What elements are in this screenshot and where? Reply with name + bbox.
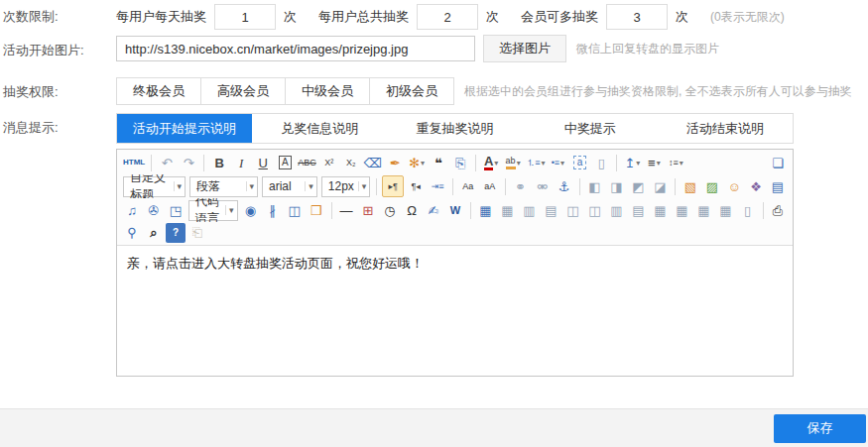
- insert-code-icon[interactable]: ◉: [241, 200, 261, 220]
- total-input[interactable]: [417, 4, 478, 30]
- alignment-icon[interactable]: ≡▾: [644, 153, 664, 172]
- clock-icon[interactable]: ◷: [380, 200, 400, 220]
- code-language-select[interactable]: 代码语言▾: [188, 200, 238, 221]
- blockquote-icon[interactable]: ❝: [429, 153, 448, 172]
- toolbar-row-3: ♫✇◳代码语言▾◉∦◫❒—⊞◷Ω✍W▦▦▥▤◫◫▥▤▦▦▦▦▯⎙: [121, 198, 789, 222]
- row-span-icon[interactable]: ▦: [694, 200, 714, 220]
- multi-column-icon[interactable]: ◫: [285, 200, 305, 220]
- col-span-icon[interactable]: ▦: [716, 200, 736, 220]
- help-icon[interactable]: ?: [166, 223, 186, 243]
- first-line-indent-icon[interactable]: ⇥≡: [428, 176, 447, 196]
- uppercase-icon[interactable]: Aa: [458, 176, 478, 196]
- unordered-list-button[interactable]: •≡▾: [548, 153, 567, 172]
- choose-image-button[interactable]: 选择图片: [483, 35, 566, 62]
- font-color-button[interactable]: A▾: [481, 153, 501, 172]
- magic-clean-icon[interactable]: ✻▾: [407, 153, 427, 172]
- fullscreen-icon[interactable]: ❏: [768, 153, 788, 172]
- word-paste-icon[interactable]: W: [445, 200, 465, 220]
- calendar-icon[interactable]: ⊞: [358, 200, 378, 220]
- underline-button[interactable]: U: [253, 153, 273, 172]
- image-icon[interactable]: ▧: [681, 176, 700, 196]
- insert-col-icon[interactable]: ▥: [607, 200, 627, 220]
- per-day-input[interactable]: [214, 4, 276, 30]
- member-group-button-senior[interactable]: 高级会员: [200, 77, 286, 105]
- image-align-right-icon[interactable]: ◩: [628, 176, 648, 196]
- special-char-icon[interactable]: Ω: [402, 200, 422, 220]
- highlight-color-button[interactable]: ab▾: [503, 153, 523, 172]
- toolbar-separator: [203, 155, 204, 171]
- cell-prop-icon[interactable]: ▤: [542, 200, 561, 220]
- movie-icon[interactable]: ▤: [768, 176, 788, 196]
- lowercase-icon[interactable]: aA: [480, 176, 500, 196]
- font-size-select[interactable]: 12px▾: [321, 176, 371, 197]
- anchor-icon[interactable]: ⚓: [555, 176, 574, 196]
- paint-palette-icon[interactable]: ❖: [746, 176, 766, 196]
- undo-icon[interactable]: ↶: [157, 153, 177, 172]
- remove-format-icon[interactable]: ⌫: [363, 153, 383, 172]
- new-document-icon[interactable]: ▯: [591, 153, 611, 172]
- ordered-list-button[interactable]: ⒈≡▾: [525, 153, 546, 172]
- rtl-icon[interactable]: ¶◂: [406, 176, 426, 196]
- paragraph-format-select[interactable]: 段落▾: [189, 176, 258, 197]
- paste-disabled-icon[interactable]: ⎗: [187, 223, 207, 243]
- member-group-button-junior[interactable]: 初级会员: [369, 77, 454, 105]
- subscript-button[interactable]: X₂: [341, 153, 361, 172]
- bold-button[interactable]: B: [209, 153, 229, 172]
- link-icon[interactable]: ⚭: [511, 176, 531, 196]
- heading-style-select[interactable]: 自定义标题▾: [123, 176, 186, 197]
- count-limit-label: 次数限制:: [3, 8, 59, 26]
- tab-activity-start-tip[interactable]: 活动开始提示说明: [117, 114, 252, 143]
- strikethrough-button[interactable]: ABC: [297, 153, 317, 172]
- split-cells-icon[interactable]: ▦: [673, 200, 692, 220]
- find-replace-icon[interactable]: ⌕: [144, 223, 164, 243]
- merge-cells-icon[interactable]: ▦: [651, 200, 671, 220]
- member-group-button-middle[interactable]: 中级会员: [285, 77, 370, 105]
- per-day-label: 每用户每天抽奖: [116, 8, 206, 26]
- redo-icon[interactable]: ↷: [179, 153, 198, 172]
- insert-table-icon[interactable]: ▦: [476, 200, 496, 220]
- insert-file-icon[interactable]: ❒: [307, 200, 326, 220]
- print-icon[interactable]: ⎙: [768, 200, 788, 220]
- table-prop-icon[interactable]: ▥: [520, 200, 540, 220]
- page-break-icon[interactable]: ∦: [263, 200, 283, 220]
- image-align-center-icon[interactable]: ◨: [606, 176, 626, 196]
- member-extra-unit: 次: [676, 8, 688, 26]
- horizontal-rule-icon[interactable]: —: [336, 200, 356, 220]
- tab-winning-tip[interactable]: 中奖提示: [523, 114, 658, 143]
- page-template-icon[interactable]: ▯: [738, 200, 758, 220]
- member-group-button-ultimate[interactable]: 终极会员: [116, 77, 201, 105]
- emoticon-icon[interactable]: ☺: [724, 176, 744, 196]
- insert-row-icon[interactable]: ◫: [563, 200, 583, 220]
- paragraph-space-icon[interactable]: ↥▾: [622, 153, 642, 172]
- superscript-button[interactable]: X²: [319, 153, 339, 172]
- editor-content-area[interactable]: 亲，请点击进入大转盘抽奖活动页面，祝您好运哦！: [117, 246, 793, 376]
- font-attr-button[interactable]: A: [275, 153, 295, 172]
- ltr-icon[interactable]: ▸¶: [382, 175, 404, 197]
- italic-button[interactable]: I: [231, 153, 251, 172]
- image-align-none-icon[interactable]: ◪: [650, 176, 670, 196]
- start-image-row: 选择图片 微信上回复转盘的显示图片: [116, 34, 719, 63]
- annotation-icon[interactable]: ✍: [424, 200, 443, 220]
- preview-icon[interactable]: ⚲: [122, 223, 142, 243]
- delete-col-icon[interactable]: ▤: [629, 200, 649, 220]
- unlink-icon[interactable]: ⚮: [533, 176, 553, 196]
- paste-plain-icon[interactable]: ⎘: [450, 153, 470, 172]
- member-extra-input[interactable]: [606, 4, 668, 30]
- tab-activity-end[interactable]: 活动结束说明: [658, 114, 793, 143]
- image-align-left-icon[interactable]: ◧: [584, 176, 604, 196]
- tab-repeat-draw[interactable]: 重复抽奖说明: [387, 114, 522, 143]
- flash-media-icon[interactable]: ◳: [166, 200, 186, 220]
- image-url-input[interactable]: [116, 36, 475, 61]
- music-icon[interactable]: ♫: [122, 200, 142, 220]
- html-source-button[interactable]: HTML: [122, 153, 146, 172]
- delete-row-icon[interactable]: ◫: [585, 200, 605, 220]
- font-family-select[interactable]: arial▾: [262, 176, 317, 197]
- save-button[interactable]: 保存: [774, 414, 866, 443]
- line-height-icon[interactable]: ↕≡▾: [666, 153, 685, 172]
- attachment-icon[interactable]: ✇: [144, 200, 164, 220]
- anchor-a-icon[interactable]: a: [569, 153, 589, 172]
- format-brush-icon[interactable]: ✒: [385, 153, 405, 172]
- upload-image-icon[interactable]: ▨: [702, 176, 722, 196]
- tab-redeem-info[interactable]: 兑奖信息说明: [252, 114, 387, 143]
- delete-table-icon[interactable]: ▦: [498, 200, 518, 220]
